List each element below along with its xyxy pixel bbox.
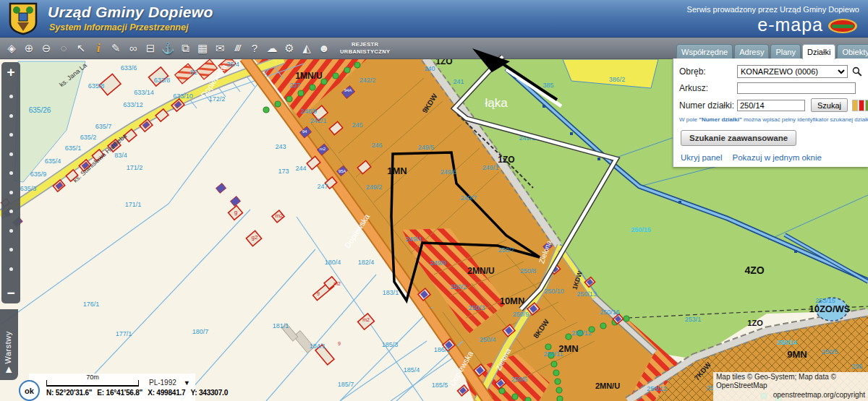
attribution-link[interactable]: openstreetmap.org/copyright	[716, 391, 865, 400]
ok-button[interactable]: ok	[19, 380, 40, 401]
split-view-icon[interactable]: ▦	[194, 38, 211, 59]
tree-dot	[551, 361, 557, 367]
prism-icon[interactable]: ◭	[298, 38, 315, 59]
copy-view-icon[interactable]: ⧉	[176, 38, 194, 59]
zoom-out-icon[interactable]: ⊖	[38, 38, 55, 59]
tab-plany[interactable]: Plany	[770, 44, 801, 59]
map-label: 242/2	[359, 77, 376, 84]
map-label: 253/12	[647, 385, 667, 392]
layers-panel-tab[interactable]: ▶ Warstwy	[0, 309, 18, 380]
anchor-icon[interactable]: ⚓	[159, 38, 176, 59]
parallel-lines-icon[interactable]: ///	[229, 38, 246, 59]
scale-bar: 70m	[46, 380, 139, 387]
zoom-plus-button[interactable]: +	[7, 65, 14, 79]
search-icon[interactable]	[852, 66, 862, 77]
map-label: g2	[252, 234, 258, 241]
szukaj-button[interactable]: Szukaj	[811, 98, 848, 112]
tab-współrzędne[interactable]: Współrzędne	[676, 44, 733, 59]
map-label: 94	[302, 129, 307, 134]
coordinates-readout: N: 52°20'31.6"E: 16°41'56.8"X: 499841.7Y…	[46, 389, 192, 397]
info-icon[interactable]: i	[90, 38, 107, 59]
tab-działki[interactable]: Działki	[802, 44, 835, 59]
tree-dot	[499, 388, 505, 394]
zoom-level-dot[interactable]	[9, 248, 13, 251]
legend-swatches	[852, 100, 868, 111]
map-label: 180/4	[325, 259, 341, 266]
map-label: 185/5	[432, 381, 448, 389]
map-label: 183/1	[383, 289, 399, 296]
map-label: 182/4	[358, 259, 375, 266]
zoom-level-dot[interactable]	[9, 114, 13, 118]
map-label: 249/4	[406, 236, 422, 243]
tab-adresy[interactable]: Adresy	[734, 44, 769, 59]
numer-dzialki-input[interactable]	[737, 100, 805, 111]
help-icon[interactable]: ?	[246, 38, 263, 59]
map-label: 635/9	[30, 171, 47, 178]
zoom-level-dot[interactable]	[9, 229, 13, 233]
obreb-label: Obręb:	[679, 66, 737, 77]
map-label: 635/8	[88, 82, 105, 90]
message-icon[interactable]: ✉	[211, 38, 229, 59]
map-label: 1MN/U	[295, 71, 322, 81]
advanced-search-button[interactable]: Szukanie zaawansowane	[681, 130, 796, 146]
zoom-in-icon[interactable]: ⊕	[20, 38, 38, 59]
tree-dot	[298, 90, 304, 96]
status-bar: 70m PL-1992 ▾ N: 52°20'31.6"E: 16°41'56.…	[29, 374, 195, 401]
rejestr-urbanistyczny-button[interactable]: REJESTR URBANISTYCZNY	[340, 41, 390, 55]
select-area-icon[interactable]: ◌	[55, 38, 72, 59]
map-label: 249/2	[366, 184, 383, 191]
map-label: 9MN	[787, 349, 807, 360]
link-icon[interactable]: ∞	[124, 38, 142, 59]
tree-dot	[557, 396, 563, 401]
map-label: 633/10	[173, 92, 193, 100]
zoom-level-dot[interactable]	[9, 133, 13, 137]
arkusz-label: Arkusz:	[679, 83, 737, 93]
map-label: 240	[424, 65, 435, 72]
map-label: m2	[333, 281, 341, 286]
crs-dropdown-chevron-icon[interactable]: ▾	[185, 379, 189, 387]
tree-dot	[512, 394, 518, 400]
map-label: 633/12	[123, 101, 143, 108]
feedback-icon[interactable]: ☻	[315, 38, 333, 59]
map-label: 9	[317, 291, 320, 296]
map-label: 250/16	[600, 309, 620, 316]
tree-dot	[566, 334, 571, 340]
map-label: łąka	[485, 96, 508, 110]
zoom-minus-button[interactable]: −	[7, 286, 14, 301]
map-label: 4ZO	[744, 264, 764, 276]
map-label: 10MN	[500, 296, 525, 306]
layers-icon[interactable]: ◈	[3, 38, 20, 59]
tree-dot	[556, 387, 562, 393]
zoom-level-dot[interactable]	[9, 95, 13, 98]
measure-icon[interactable]: ✎	[107, 38, 124, 59]
search-panel: WspółrzędneAdresyPlanyDziałkiObiekty✕ Ob…	[673, 42, 868, 167]
tab-obiekty[interactable]: Obiekty	[837, 44, 868, 59]
zoom-level-dot[interactable]	[9, 152, 13, 156]
map-label: 237	[289, 82, 300, 89]
tree-dot	[600, 323, 606, 329]
arkusz-input[interactable]	[737, 82, 856, 94]
print-icon[interactable]: ⊟	[142, 38, 159, 59]
map-label: 250/10	[544, 288, 564, 295]
tree-dot	[333, 73, 339, 79]
map-label: 635/1	[65, 145, 82, 152]
cursor-icon[interactable]: ↖	[72, 38, 90, 59]
settings-icon[interactable]: ⚙	[281, 38, 298, 59]
hide-panel-link[interactable]: Ukryj panel	[681, 153, 723, 162]
cloud-icon[interactable]: ☁	[263, 38, 281, 59]
map-label: 250/15	[631, 226, 651, 233]
map-label: 10ZO/WS	[809, 303, 850, 314]
map-label: 241	[453, 78, 464, 85]
zoom-level-dot[interactable]	[9, 171, 13, 175]
app-header: Urząd Gminy Dopiewo System Informacji Pr…	[0, 0, 868, 38]
layers-tab-label: ▶ Warstwy	[4, 331, 13, 373]
map-label: 635/26	[29, 106, 51, 114]
single-window-link[interactable]: Pokazuj w jednym oknie	[733, 153, 822, 162]
zoom-level-dot[interactable]	[9, 267, 13, 271]
map-label: 9	[338, 341, 341, 346]
zoom-level-dot[interactable]	[9, 210, 13, 213]
map-label: 633/14	[134, 89, 154, 96]
panel-tabs: WspółrzędneAdresyPlanyDziałkiObiekty✕	[673, 42, 868, 59]
obreb-select[interactable]: KONARZEWO (0006)	[737, 65, 848, 78]
zoom-level-dot[interactable]	[9, 191, 13, 194]
